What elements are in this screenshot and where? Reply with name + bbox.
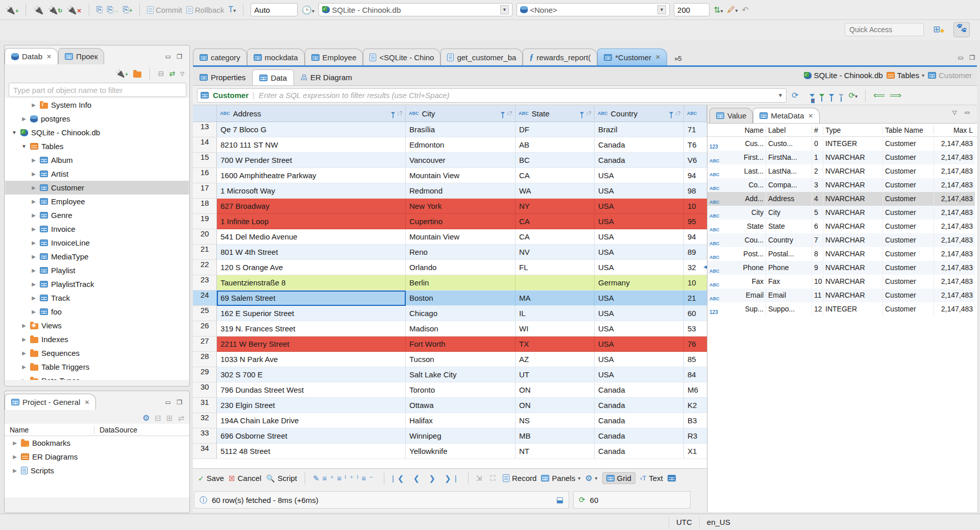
- tree-item-invoice[interactable]: ▶Invoice: [5, 222, 189, 236]
- expand-arrow-icon[interactable]: ▶: [31, 185, 37, 190]
- filter-sort-icon[interactable]: ↕?: [390, 111, 402, 116]
- cell-address[interactable]: 801 W 4th Street: [217, 245, 406, 260]
- nav-back-icon[interactable]: ⟸: [873, 90, 885, 100]
- cell-city[interactable]: Yellowknife: [406, 444, 516, 459]
- cell-label[interactable]: FirstNa...: [766, 151, 812, 164]
- cell-type[interactable]: INTEGER: [823, 137, 883, 151]
- expand-all-icon[interactable]: ⊞: [166, 414, 173, 423]
- fetch-panel-icon[interactable]: ⬓: [556, 495, 564, 504]
- cell-label[interactable]: Suppo...: [766, 302, 812, 316]
- cell-type[interactable]: NVARCHAR: [823, 164, 883, 178]
- editor-tab-rewards-report-[interactable]: ƒrewards_report(: [523, 49, 597, 65]
- row-number-cell[interactable]: 18: [193, 199, 217, 214]
- row-number-cell[interactable]: 26: [193, 321, 217, 336]
- column-header[interactable]: Type: [823, 126, 883, 134]
- tree-item-views[interactable]: ▶Views: [5, 319, 189, 332]
- txn-mode-combo[interactable]: Auto: [251, 3, 298, 16]
- cell-ordinal[interactable]: 11: [812, 288, 823, 302]
- cell-postalcode[interactable]: 21: [684, 291, 707, 306]
- metadata-row[interactable]: ABCLast...LastNa...2NVARCHARCustomer2,14…: [707, 164, 977, 178]
- cell-postalcode[interactable]: R3: [684, 428, 707, 444]
- cell-ordinal[interactable]: 7: [812, 233, 823, 247]
- row-number-cell[interactable]: 16: [193, 168, 217, 183]
- editor-tab-category[interactable]: category: [193, 49, 247, 65]
- tree-item-track[interactable]: ▶Track: [5, 291, 189, 305]
- cell-label[interactable]: Postal...: [766, 247, 812, 261]
- cell-name[interactable]: ABCPhone: [707, 261, 766, 275]
- cell-name[interactable]: ABCEmail: [707, 288, 766, 302]
- cell-ordinal[interactable]: 6: [812, 220, 823, 233]
- tab-project-general[interactable]: Project - General ✕: [5, 394, 96, 410]
- cell-country[interactable]: USA: [595, 199, 684, 214]
- column-header-clipped[interactable]: ABC: [684, 105, 707, 122]
- tree-item-artist[interactable]: ▶Artist: [5, 167, 189, 181]
- link-with-editor-icon[interactable]: ⇄: [169, 69, 176, 78]
- grid-view-button[interactable]: Grid: [602, 472, 635, 484]
- tab-database-navigator[interactable]: Datab ✕: [5, 48, 58, 64]
- cell-country[interactable]: USA: [595, 245, 684, 260]
- cell-address[interactable]: 2211 W Berry Street: [217, 336, 406, 352]
- cell-country[interactable]: USA: [595, 260, 684, 275]
- cell-type[interactable]: NVARCHAR: [823, 275, 883, 288]
- nav-forward-icon[interactable]: ⟹: [890, 90, 901, 100]
- cell-ordinal[interactable]: 5: [812, 206, 823, 220]
- row-edit-icons[interactable]: ✎≡⁺≡⁽⁺⁾≡⁻: [313, 474, 376, 483]
- cell-postalcode[interactable]: 98: [684, 183, 707, 199]
- cell-type[interactable]: NVARCHAR: [823, 288, 883, 302]
- metadata-row[interactable]: ABCFaxFax10NVARCHARCustomer2,147,483: [707, 275, 977, 288]
- cell-state[interactable]: WI: [516, 321, 595, 336]
- row-number-cell[interactable]: 29: [193, 367, 217, 382]
- transaction-log-icon[interactable]: T▾: [228, 5, 236, 14]
- settings-button[interactable]: ⚙▾: [585, 473, 597, 483]
- metadata-row[interactable]: ABCCityCity5NVARCHARCustomer2,147,483: [707, 206, 977, 220]
- expand-arrow-icon[interactable]: ▶: [31, 295, 37, 301]
- column-header[interactable]: #: [812, 126, 823, 134]
- minimize-maximize-buttons[interactable]: ▭ ❐: [165, 399, 184, 406]
- cell-state[interactable]: CA: [516, 229, 595, 245]
- row-number-cell[interactable]: 27: [193, 336, 217, 352]
- metadata-row[interactable]: ABCAdd...Address4NVARCHARCustomer2,147,4…: [707, 192, 977, 206]
- cell-name[interactable]: ABCPost...: [707, 247, 766, 261]
- cell-state[interactable]: MB: [516, 428, 595, 444]
- metadata-row[interactable]: ABCPhonePhone9NVARCHARCustomer2,147,483: [707, 261, 977, 275]
- cell-type[interactable]: NVARCHAR: [823, 192, 883, 206]
- disconnect-icon[interactable]: 🔌✕: [67, 5, 82, 15]
- project-item-er-diagrams[interactable]: ▶ER Diagrams: [5, 450, 189, 464]
- quick-access-input[interactable]: [845, 23, 924, 36]
- column-header-name[interactable]: Name: [5, 426, 94, 434]
- cell-max-length[interactable]: 2,147,483: [934, 261, 975, 275]
- filter-expression-input[interactable]: [259, 91, 774, 100]
- tree-item-postgres[interactable]: ▶postgres: [5, 112, 189, 126]
- cell-address[interactable]: Tauentzienstraße 8: [217, 275, 406, 291]
- row-number-cell[interactable]: 22: [193, 260, 217, 275]
- cell-max-length[interactable]: 2,147,483: [934, 178, 975, 192]
- column-header-country[interactable]: ABCCountry↕?: [595, 105, 684, 122]
- dbeaver-perspective-icon[interactable]: 🐾: [953, 22, 970, 37]
- cell-city[interactable]: Cupertino: [406, 214, 516, 229]
- row-number-cell[interactable]: 15: [193, 153, 217, 168]
- row-number-cell[interactable]: 28: [193, 352, 217, 367]
- cell-name[interactable]: ABCFax: [707, 275, 766, 288]
- cell-postalcode[interactable]: K2: [684, 398, 707, 413]
- cell-postalcode[interactable]: 94: [684, 168, 707, 183]
- new-folder-icon[interactable]: [133, 71, 141, 78]
- tree-item-playlist[interactable]: ▶Playlist: [5, 263, 189, 277]
- cell-type[interactable]: NVARCHAR: [823, 220, 883, 233]
- cell-table-name[interactable]: Customer: [883, 288, 934, 302]
- tree-item-foo[interactable]: ▶foo: [5, 305, 189, 319]
- new-sql-editor-icon[interactable]: ⎘+: [122, 5, 132, 14]
- editor-tab-employee[interactable]: Employee: [305, 49, 363, 65]
- close-icon[interactable]: ✕: [84, 399, 89, 406]
- cell-ordinal[interactable]: 2: [812, 164, 823, 178]
- cell-state[interactable]: UT: [516, 367, 595, 382]
- cell-table-name[interactable]: Customer: [883, 275, 934, 288]
- cell-type[interactable]: NVARCHAR: [823, 151, 883, 164]
- cell-country[interactable]: USA: [595, 229, 684, 245]
- filter-sort-icon[interactable]: ↕?: [500, 111, 512, 116]
- cell-max-length[interactable]: 2,147,483: [934, 288, 975, 302]
- cell-state[interactable]: WA: [516, 183, 595, 199]
- row-number-cell[interactable]: 14: [193, 137, 217, 153]
- cell-postalcode[interactable]: X1: [684, 444, 707, 459]
- metadata-row[interactable]: ABCFirst...FirstNa...1NVARCHARCustomer2,…: [707, 151, 977, 164]
- cell-label[interactable]: Fax: [766, 275, 812, 288]
